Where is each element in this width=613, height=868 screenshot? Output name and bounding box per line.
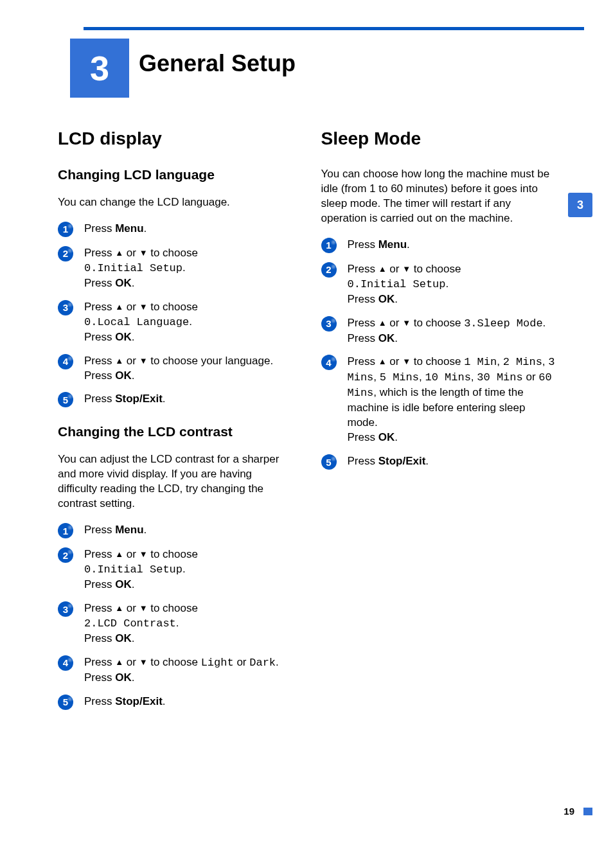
step-text: Press ▲ or ▼ to choose 1 Min, 2 Mins, 3 … — [348, 355, 556, 445]
step-badge-icon: 5 — [321, 454, 337, 470]
step-badge-icon: 1 — [58, 523, 73, 538]
step-badge-icon: 5 — [58, 392, 73, 407]
list-item: 2 Press ▲ or ▼ to choose 0.Initial Setup… — [58, 246, 292, 291]
list-item: 1 Press Menu. — [58, 523, 292, 538]
subsection-changing-contrast: Changing the LCD contrast — [58, 424, 292, 439]
section-heading-lcd: LCD display — [58, 128, 292, 149]
intro-changing-contrast: You can adjust the LCD contrast for a sh… — [58, 452, 292, 511]
list-item: 3 Press ▲ or ▼ to choose 3.Sleep Mode. P… — [321, 316, 556, 346]
header-rule — [84, 27, 584, 30]
list-item: 1 Press Menu. — [58, 222, 292, 237]
list-item: 1 Press Menu. — [321, 238, 556, 253]
step-text: Press Menu. — [348, 238, 410, 252]
step-text: Press Stop/Exit. — [348, 454, 429, 469]
chapter-number-box: 3 — [70, 39, 129, 98]
step-text: Press ▲ or ▼ to choose 2.LCD Contrast. P… — [84, 601, 198, 646]
step-text: Press Stop/Exit. — [84, 695, 166, 709]
list-item: 4 Press ▲ or ▼ to choose Light or Dark. … — [58, 655, 292, 686]
step-text: Press Menu. — [84, 222, 147, 236]
intro-sleep: You can choose how long the machine must… — [321, 167, 556, 226]
left-column: LCD display Changing LCD language You ca… — [58, 128, 292, 719]
step-badge-icon: 1 — [58, 222, 73, 237]
step-text: Press ▲ or ▼ to choose 0.Initial Setup. … — [348, 262, 461, 307]
step-badge-icon: 4 — [58, 655, 73, 671]
list-item: 5 Press Stop/Exit. — [58, 695, 292, 710]
list-item: 5 Press Stop/Exit. — [58, 392, 292, 407]
step-badge-icon: 2 — [58, 246, 73, 261]
step-text: Press ▲ or ▼ to choose 0.Initial Setup. … — [84, 246, 198, 291]
steps-changing-contrast: 1 Press Menu. 2 Press ▲ or ▼ to choose 0… — [58, 523, 292, 710]
list-item: 4 Press ▲ or ▼ to choose your language. … — [58, 354, 292, 384]
step-badge-icon: 2 — [58, 547, 73, 563]
subsection-changing-language: Changing LCD language — [58, 167, 292, 182]
step-badge-icon: 3 — [58, 300, 73, 315]
step-text: Press ▲ or ▼ to choose 0.Initial Setup. … — [84, 547, 198, 592]
list-item: 3 Press ▲ or ▼ to choose 0.Local Languag… — [58, 300, 292, 345]
list-item: 4 Press ▲ or ▼ to choose 1 Min, 2 Mins, … — [321, 355, 556, 445]
chapter-title: General Setup — [139, 50, 296, 77]
step-badge-icon: 3 — [321, 316, 337, 332]
step-text: Press Menu. — [84, 523, 147, 538]
page-number: 19 — [564, 806, 574, 817]
step-badge-icon: 4 — [58, 354, 73, 369]
section-heading-sleep: Sleep Mode — [321, 128, 556, 149]
step-badge-icon: 4 — [321, 355, 337, 370]
steps-changing-language: 1 Press Menu. 2 Press ▲ or ▼ to choose 0… — [58, 222, 292, 408]
step-badge-icon: 1 — [321, 238, 337, 253]
page-corner-icon — [583, 808, 592, 815]
side-tab: 3 — [568, 193, 592, 217]
step-badge-icon: 5 — [58, 695, 73, 710]
chapter-number: 3 — [90, 48, 109, 88]
step-text: Press ▲ or ▼ to choose Light or Dark. Pr… — [84, 655, 279, 686]
list-item: 2 Press ▲ or ▼ to choose 0.Initial Setup… — [58, 547, 292, 592]
list-item: 2 Press ▲ or ▼ to choose 0.Initial Setup… — [321, 262, 556, 307]
step-badge-icon: 3 — [58, 601, 73, 617]
step-text: Press ▲ or ▼ to choose 0.Local Language.… — [84, 300, 198, 345]
step-text: Press Stop/Exit. — [84, 392, 166, 407]
intro-changing-language: You can change the LCD language. — [58, 195, 292, 210]
step-text: Press ▲ or ▼ to choose 3.Sleep Mode. Pre… — [348, 316, 546, 346]
content-columns: LCD display Changing LCD language You ca… — [58, 128, 555, 719]
steps-sleep: 1 Press Menu. 2 Press ▲ or ▼ to choose 0… — [321, 238, 556, 470]
list-item: 5 Press Stop/Exit. — [321, 454, 556, 470]
right-column: Sleep Mode You can choose how long the m… — [321, 128, 556, 719]
step-text: Press ▲ or ▼ to choose your language. Pr… — [84, 354, 273, 384]
list-item: 3 Press ▲ or ▼ to choose 2.LCD Contrast.… — [58, 601, 292, 646]
step-badge-icon: 2 — [321, 262, 337, 278]
